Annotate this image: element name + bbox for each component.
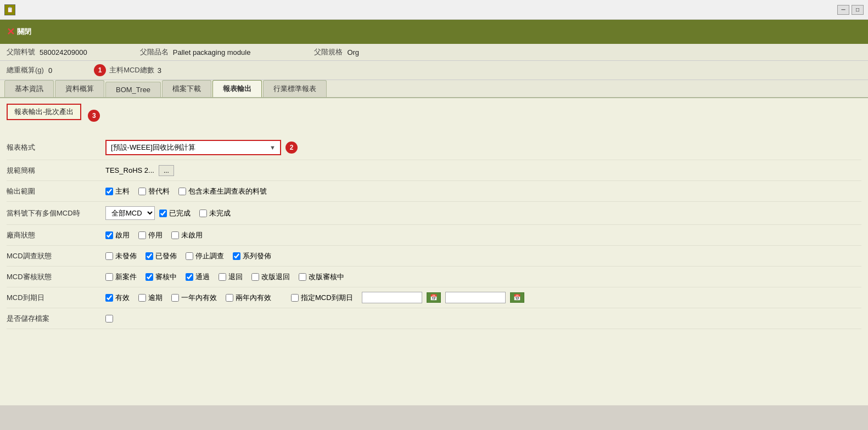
main-mcd-label: 主料MCD總數 xyxy=(109,65,154,75)
checkbox-returned-input[interactable] xyxy=(219,273,226,281)
header-bar: ✕ 關閉 xyxy=(0,20,868,44)
total-weight-value: 0 xyxy=(48,66,52,75)
date-input-2[interactable] xyxy=(445,292,506,303)
checkbox-not-enabled[interactable]: 未啟用 xyxy=(171,230,203,240)
checkbox-incomplete-input[interactable] xyxy=(199,210,207,217)
checkbox-reviewing-input[interactable] xyxy=(145,273,153,281)
checkbox-specify-date[interactable]: 指定MCD到期日 xyxy=(291,293,353,303)
mcd-multi-row: 當料號下有多個MCD時 全部MCD 最新MCD 指定MCD 已完成 未完成 xyxy=(7,202,861,225)
checkbox-substitute-input[interactable] xyxy=(138,188,146,195)
parent-name-label: 父階品名 xyxy=(140,47,169,57)
checkbox-valid-1yr[interactable]: 一年內有效 xyxy=(171,293,217,303)
title-bar-right: ─ □ xyxy=(837,5,864,15)
mcd-expiry-row: MCD到期日 有效 逾期 一年內有效 兩年內有效 指定MCD到期日 xyxy=(7,287,861,308)
tabs-bar: 基本資訊 資料概算 BOM_Tree 檔案下載 報表輸出 行業標準報表 xyxy=(0,80,868,98)
maximize-button[interactable]: □ xyxy=(852,5,864,15)
checkbox-revision-returned-input[interactable] xyxy=(251,273,259,281)
checkbox-substitute[interactable]: 替代料 xyxy=(138,186,170,196)
main-mcd-value: 3 xyxy=(158,66,161,75)
checkbox-enabled-label: 啟用 xyxy=(115,230,130,240)
checkbox-overdue-input[interactable] xyxy=(138,294,146,302)
checkbox-valid-1yr-input[interactable] xyxy=(171,294,179,302)
checkbox-not-enabled-input[interactable] xyxy=(171,231,179,239)
checkbox-survey-stopped-input[interactable] xyxy=(186,252,193,260)
save-file-value xyxy=(105,315,113,322)
tab-data[interactable]: 資料概算 xyxy=(55,80,104,97)
checkbox-valid-2yr-label: 兩年內有效 xyxy=(236,293,271,303)
report-format-select-box[interactable]: [預設-WEEE]回收比例計算 ▼ xyxy=(105,140,281,155)
checkbox-valid-2yr[interactable]: 兩年內有效 xyxy=(226,293,271,303)
checkbox-new-case-label: 新案件 xyxy=(115,272,137,282)
checkbox-valid-input[interactable] xyxy=(105,294,113,302)
checkbox-published[interactable]: 已發佈 xyxy=(145,251,177,261)
date-input-1[interactable] xyxy=(362,292,422,303)
checkbox-published-label: 已發佈 xyxy=(155,251,177,261)
checkbox-published-input[interactable] xyxy=(145,252,153,260)
norm-label: 規範簡稱 xyxy=(7,166,105,176)
checkbox-not-published-input[interactable] xyxy=(105,252,113,260)
parent-name-cell: 父階品名 Pallet packaging module xyxy=(140,47,260,57)
checkbox-enabled-input[interactable] xyxy=(105,231,113,239)
checkbox-passed[interactable]: 通過 xyxy=(186,272,210,282)
checkbox-valid[interactable]: 有效 xyxy=(105,293,130,303)
badge-3: 3 xyxy=(88,110,100,122)
checkbox-specify-date-input[interactable] xyxy=(291,294,299,302)
checkbox-enabled[interactable]: 啟用 xyxy=(105,230,130,240)
checkbox-specify-date-label: 指定MCD到期日 xyxy=(301,293,353,303)
badge-1: 1 xyxy=(94,64,106,76)
checkbox-valid-label: 有效 xyxy=(115,293,130,303)
checkbox-no-survey[interactable]: 包含未產生調查表的料號 xyxy=(178,186,267,196)
calendar-button-1[interactable]: 📅 xyxy=(427,292,441,303)
title-bar-left: 📋 xyxy=(4,4,15,15)
checkbox-returned-label: 退回 xyxy=(228,272,243,282)
checkbox-survey-stopped[interactable]: 停止調查 xyxy=(186,251,224,261)
tab-report[interactable]: 報表輸出 xyxy=(212,80,262,97)
checkbox-returned[interactable]: 退回 xyxy=(219,272,243,282)
norm-value-area: TES_RoHS 2... ... xyxy=(105,165,174,176)
checkbox-not-enabled-label: 未啟用 xyxy=(181,230,203,240)
report-format-label: 報表格式 xyxy=(7,143,105,152)
tab-industry[interactable]: 行業標準報表 xyxy=(263,80,327,97)
minimize-button[interactable]: ─ xyxy=(837,5,849,15)
checkbox-new-case[interactable]: 新案件 xyxy=(105,272,137,282)
tab-basic[interactable]: 基本資訊 xyxy=(4,80,54,97)
checkbox-revision-reviewing-input[interactable] xyxy=(299,273,306,281)
checkbox-no-survey-input[interactable] xyxy=(178,188,186,195)
mcd-review-row: MCD審核狀態 新案件 審核中 通過 退回 改版退回 xyxy=(7,267,861,287)
checkbox-overdue[interactable]: 逾期 xyxy=(138,293,163,303)
checkbox-disabled-input[interactable] xyxy=(138,231,146,239)
close-button[interactable]: ✕ 關閉 xyxy=(7,26,31,38)
checkbox-reviewing-label: 審核中 xyxy=(155,272,177,282)
checkbox-overdue-label: 逾期 xyxy=(148,293,163,303)
checkbox-completed[interactable]: 已完成 xyxy=(159,208,191,218)
parent-num-cell: 父階料號 580024209000 xyxy=(7,47,96,57)
tab-file[interactable]: 檔案下載 xyxy=(162,80,211,97)
mcd-multi-select[interactable]: 全部MCD 最新MCD 指定MCD xyxy=(105,206,155,220)
mcd-expiry-label: MCD到期日 xyxy=(7,293,105,303)
checkbox-completed-input[interactable] xyxy=(159,210,167,217)
checkbox-not-published[interactable]: 未發佈 xyxy=(105,251,137,261)
checkbox-main-material[interactable]: 主料 xyxy=(105,186,130,196)
checkbox-reviewing[interactable]: 審核中 xyxy=(145,272,177,282)
mcd-review-label: MCD審核狀態 xyxy=(7,272,105,282)
output-range-row: 輸出範圍 主料 替代料 包含未產生調查表的料號 xyxy=(7,181,861,202)
checkbox-new-case-input[interactable] xyxy=(105,273,113,281)
mcd-survey-row: MCD調查狀態 未發佈 已發佈 停止調查 系列發佈 xyxy=(7,246,861,267)
checkbox-series-published[interactable]: 系列發佈 xyxy=(233,251,271,261)
parent-spec-cell: 父階規格 Org xyxy=(314,47,368,57)
tab-bom[interactable]: BOM_Tree xyxy=(105,82,161,97)
save-file-checkbox[interactable] xyxy=(105,315,113,322)
checkbox-main-material-input[interactable] xyxy=(105,188,113,195)
norm-browse-button[interactable]: ... xyxy=(159,165,174,176)
checkbox-passed-input[interactable] xyxy=(186,273,193,281)
checkbox-series-published-input[interactable] xyxy=(233,252,240,260)
output-range-label: 輸出範圍 xyxy=(7,186,105,196)
vendor-status-checkboxes: 啟用 停用 未啟用 xyxy=(105,230,207,240)
checkbox-disabled[interactable]: 停用 xyxy=(138,230,163,240)
checkbox-revision-reviewing[interactable]: 改版審核中 xyxy=(299,272,344,282)
checkbox-valid-2yr-input[interactable] xyxy=(226,294,233,302)
section-header: 報表輸出-批次產出 3 xyxy=(7,104,861,128)
calendar-button-2[interactable]: 📅 xyxy=(510,292,524,303)
checkbox-revision-returned[interactable]: 改版退回 xyxy=(251,272,290,282)
checkbox-incomplete[interactable]: 未完成 xyxy=(199,208,231,218)
